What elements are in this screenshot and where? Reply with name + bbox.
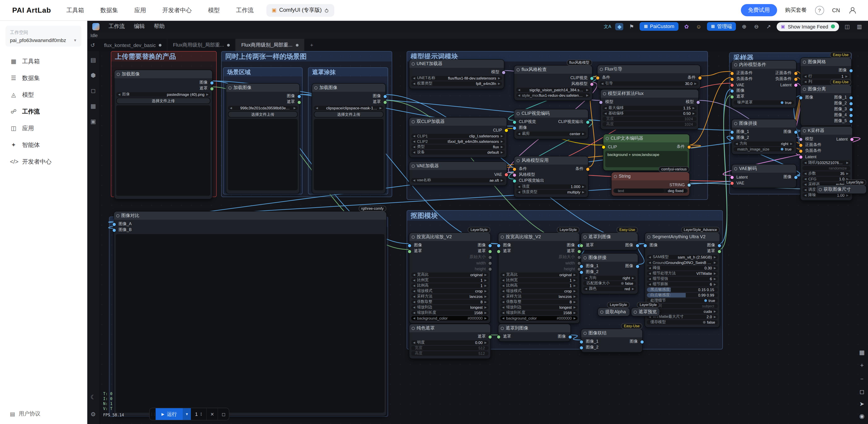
widget-设备[interactable]: ◀设备default▶ bbox=[411, 150, 505, 155]
input-port-VAE[interactable] bbox=[730, 181, 734, 185]
increment-arrow[interactable]: ▶ bbox=[293, 106, 296, 110]
node-vae_loader[interactable]: VAE加载器VAE◀vae名称ae.sft▶ bbox=[409, 161, 507, 186]
input-port-图像_1[interactable] bbox=[580, 264, 584, 268]
increment-arrow[interactable]: ▶ bbox=[845, 74, 848, 78]
output-port-图像[interactable] bbox=[488, 243, 492, 248]
widget-比例高[interactable]: ◀比例高1▶ bbox=[500, 284, 578, 288]
increment-arrow[interactable]: ▶ bbox=[692, 112, 695, 115]
output-port-图像[interactable] bbox=[849, 69, 853, 73]
output-port-遮罩[interactable] bbox=[297, 100, 301, 104]
increment-arrow[interactable]: ▶ bbox=[485, 273, 487, 276]
decrement-arrow[interactable]: ◀ bbox=[518, 185, 520, 189]
workflow-tab-1[interactable]: Flux商用级别_局部重... bbox=[167, 39, 236, 51]
widget-Groundin[interactable]: ◀GroundinGroundingDINO_SwinB (938MB)▶ bbox=[647, 260, 718, 265]
settings-icon[interactable]: ⚙ bbox=[90, 411, 96, 418]
widget-缩放模式[interactable]: ◀缩放模式crop▶ bbox=[500, 289, 578, 293]
input-port-图像_B[interactable] bbox=[112, 228, 116, 232]
decrement-arrow[interactable]: ◀ bbox=[804, 183, 806, 186]
output-port-width[interactable] bbox=[488, 261, 492, 265]
output-port-图像[interactable] bbox=[297, 95, 301, 99]
node-title[interactable]: 按宽高比缩放_V2 bbox=[409, 233, 490, 241]
image-feed-toggle[interactable]: ▣Show Image Feed bbox=[777, 22, 839, 31]
widget-combo[interactable]: ◀clipspace/clipspace-mask-183507.100...▶ bbox=[314, 106, 383, 110]
decrement-arrow[interactable]: ◀ bbox=[230, 106, 232, 110]
free-trial-button[interactable]: 免费试用 bbox=[741, 4, 777, 16]
widget-background_color[interactable]: ◀background_color#000000▶ bbox=[411, 316, 489, 321]
workflow-history-icon[interactable]: ↺ bbox=[87, 39, 99, 51]
node-unet_loader[interactable]: UNET加载器模型◀UNET名称flux/flux1-fill-dev.safe… bbox=[409, 59, 504, 89]
node-scale_v2_a[interactable]: LayerStyle按宽高比缩放_V2图像图像遮罩遮罩原始大小widthheig… bbox=[409, 232, 491, 324]
input-port-条件[interactable] bbox=[596, 76, 600, 80]
node-solid_mask[interactable]: 纯色遮罩遮罩◀明度0.00▶宽度512高度512 bbox=[409, 324, 491, 359]
increment-arrow[interactable]: ▶ bbox=[586, 94, 588, 97]
increment-arrow[interactable]: ▶ bbox=[501, 145, 503, 149]
widget-黑点敏感度:[interactable]: 黑点敏感度:0.15 0.15 bbox=[647, 288, 718, 292]
widget-颜色[interactable]: ◀颜色red▶ bbox=[583, 287, 636, 291]
increment-arrow[interactable]: ▶ bbox=[846, 193, 848, 197]
decrement-arrow[interactable]: ◀ bbox=[649, 283, 651, 286]
workflow-tab-2[interactable]: Flux商用级别_局部重... bbox=[236, 39, 304, 51]
increment-arrow[interactable]: ▶ bbox=[790, 142, 793, 145]
widget-采样方法[interactable]: ◀采样方法lanczos▶ bbox=[500, 294, 578, 299]
node-title[interactable]: 图像对比 bbox=[114, 211, 386, 220]
decrement-arrow[interactable]: ◀ bbox=[413, 76, 415, 80]
node-title[interactable]: CLIP文本编码器 bbox=[603, 134, 689, 142]
node-mask_chip[interactable]: LayerStyle遮罩预览 bbox=[631, 307, 660, 317]
increment-arrow[interactable]: ▶ bbox=[632, 276, 634, 280]
group-title[interactable]: 抠图模块 bbox=[407, 210, 722, 221]
group-title[interactable]: 场景区域 bbox=[223, 68, 302, 76]
decrement-arrow[interactable]: ◀ bbox=[518, 94, 520, 97]
increment-arrow[interactable]: ▶ bbox=[574, 284, 576, 288]
output-port-图像[interactable] bbox=[636, 264, 640, 268]
node-title[interactable]: SegmentAnything Ultra V2 bbox=[645, 233, 720, 241]
output-port-遮罩[interactable] bbox=[488, 335, 492, 339]
input-port-图像_1[interactable] bbox=[580, 340, 584, 344]
input-port-Latent[interactable] bbox=[799, 155, 803, 159]
increment-arrow[interactable]: ▶ bbox=[574, 300, 576, 304]
widget-缩放到长度[interactable]: ◀缩放到长度1568▶ bbox=[500, 311, 578, 315]
decrement-arrow[interactable]: ◀ bbox=[804, 172, 806, 175]
node-canvas[interactable]: ▤⬢◻▦▣☾⚙ T: 0I: 0N: 1V: TFPS 58.14 ⋮⋮ ▶ 运… bbox=[87, 51, 868, 424]
decrement-arrow[interactable]: ◀ bbox=[804, 177, 806, 181]
widget-缩放模式[interactable]: ◀缩放模式crop▶ bbox=[411, 289, 489, 293]
node-clip_vision_encode[interactable]: CLIP视觉编码CLIP视觉CLIP视觉输出图像◀裁剪center▶ bbox=[514, 109, 588, 139]
decrement-arrow[interactable]: ◀ bbox=[649, 255, 651, 259]
decrement-arrow[interactable]: ◀ bbox=[502, 317, 504, 320]
input-port-遮罩[interactable] bbox=[497, 335, 501, 339]
decrement-arrow[interactable]: ◀ bbox=[502, 300, 504, 304]
widget-高度[interactable]: 高度512 bbox=[411, 351, 489, 356]
node-image_concat_s[interactable]: 图像拼接图像_1图像图像_2◀方向right▶match_image_sizet… bbox=[732, 119, 797, 155]
output-port-VAE[interactable] bbox=[504, 173, 508, 177]
increment-arrow[interactable]: ▶ bbox=[485, 300, 487, 304]
node-library-icon[interactable]: ▤ bbox=[90, 57, 96, 63]
widget-UNET名称[interactable]: ◀UNET名称flux/flux1-fill-dev.safetensors▶ bbox=[411, 76, 502, 80]
decrement-arrow[interactable]: ◀ bbox=[413, 317, 415, 320]
widget-阈值[interactable]: ◀阈值0.30▶ bbox=[647, 266, 718, 270]
increment-arrow[interactable]: ▶ bbox=[498, 76, 500, 80]
node-clip_text_encode[interactable]: CLIP文本编码器CLIP条件background + snow,landsca… bbox=[603, 134, 690, 171]
input-port-图像_1[interactable] bbox=[730, 130, 734, 134]
output-port-Latent[interactable] bbox=[794, 83, 798, 87]
widget-类型[interactable]: ◀类型flux▶ bbox=[411, 145, 505, 149]
node-mask_to_image_a[interactable]: Easy-Use遮罩到图像遮罩图像 bbox=[581, 232, 638, 251]
node-title[interactable]: 模型采样算法Flux bbox=[601, 90, 699, 98]
pointer-mode-icon[interactable]: ➤ bbox=[859, 400, 864, 407]
output-port-CLIP[interactable] bbox=[504, 128, 508, 132]
decrement-arrow[interactable]: ◀ bbox=[413, 140, 415, 143]
node-title[interactable]: 图像分离 bbox=[801, 85, 851, 93]
input-port-模型[interactable] bbox=[599, 100, 603, 104]
widget-权重类型[interactable]: ◀权重类型fp8_e4m3fn▶ bbox=[411, 81, 502, 86]
decrement-arrow[interactable]: ◀ bbox=[413, 279, 415, 282]
increment-arrow[interactable]: ▶ bbox=[485, 305, 487, 309]
output-port-遮罩[interactable] bbox=[717, 250, 721, 254]
widget-图像[interactable]: ◀图像pastedImage (40).png▶ bbox=[116, 92, 210, 97]
output-port-负面条件[interactable] bbox=[794, 77, 798, 81]
input-port-图像_2[interactable] bbox=[580, 270, 584, 274]
output-port-正面条件[interactable] bbox=[794, 71, 798, 75]
widget-vae名称[interactable]: ◀vae名称ae.sft▶ bbox=[411, 178, 505, 183]
drag-handle[interactable]: ⋮⋮ bbox=[150, 408, 156, 420]
widget-宽度[interactable]: 宽度512 bbox=[411, 346, 489, 350]
sidebar-item-工作流[interactable]: ☍工作流 bbox=[0, 103, 87, 120]
increment-arrow[interactable]: ▶ bbox=[501, 140, 503, 143]
batch-count-stepper[interactable]: 1 ▲▼ bbox=[191, 408, 207, 420]
